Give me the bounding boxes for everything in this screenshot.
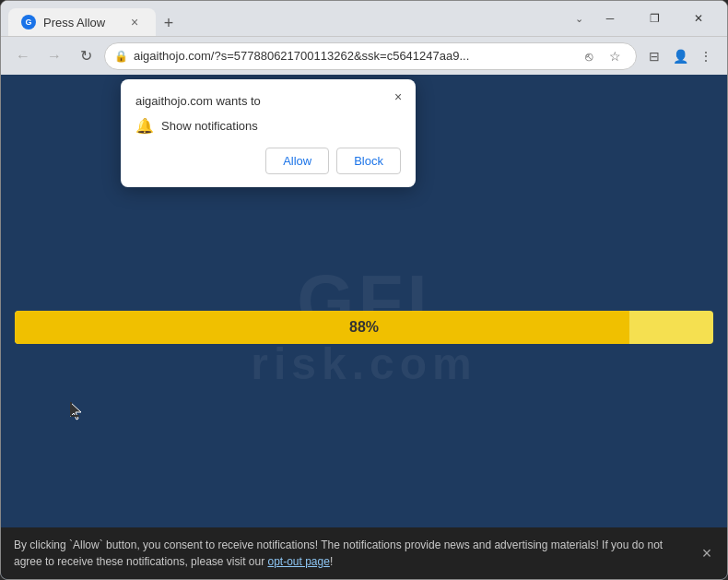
address-input[interactable]: 🔒 aigaithojo.com/?s=577880621700113262&s… <box>104 42 637 70</box>
permission-label: Show notifications <box>161 119 258 133</box>
dialog-buttons: Allow Block <box>135 148 401 174</box>
address-bar: ← → ↻ 🔒 aigaithojo.com/?s=57788062170011… <box>1 36 727 75</box>
sidebar-toggle-icon[interactable]: ⊟ <box>642 44 666 68</box>
progress-label: 88% <box>349 319 379 336</box>
progress-bar: 88% <box>15 311 713 344</box>
dialog-close-button[interactable]: × <box>388 87 408 107</box>
reload-button[interactable]: ↻ <box>73 43 99 69</box>
chevron-icon: ⌄ <box>575 13 583 25</box>
progress-container: 88% <box>15 311 713 344</box>
forward-button[interactable]: → <box>41 43 67 69</box>
bell-icon: 🔔 <box>135 117 154 135</box>
browser-window: G Press Allow × + ⌄ ─ ❐ ✕ ← → ↻ 🔒 aigait… <box>0 0 728 580</box>
window-controls: ⌄ ─ ❐ ✕ <box>575 4 720 33</box>
menu-icon[interactable]: ⋮ <box>694 44 718 68</box>
tab-favicon: G <box>21 15 36 30</box>
mouse-cursor <box>70 402 81 419</box>
tab-close-button[interactable]: × <box>126 14 143 30</box>
opt-out-link[interactable]: opt-out page <box>267 555 329 568</box>
new-tab-button[interactable]: + <box>156 10 182 36</box>
dialog-title: aigaithojo.com wants to <box>135 94 401 108</box>
active-tab[interactable]: G Press Allow × <box>8 8 156 36</box>
title-bar: G Press Allow × + ⌄ ─ ❐ ✕ <box>1 1 727 36</box>
block-button[interactable]: Block <box>336 148 401 174</box>
url-text: aigaithojo.com/?s=577880621700113262&ssk… <box>134 49 571 63</box>
page-content: GFI risk.com 88% × aigaithojo.com wants … <box>1 75 727 579</box>
watermark-bottom: risk.com <box>251 338 476 389</box>
permission-row: 🔔 Show notifications <box>135 117 401 135</box>
bottom-notification-bar: By clicking `Allow` button, you consent … <box>1 527 727 579</box>
allow-button[interactable]: Allow <box>265 148 329 174</box>
tab-title: Press Allow <box>43 16 105 30</box>
account-icon[interactable]: 👤 <box>668 44 692 68</box>
bottom-bar-text: By clicking `Allow` button, you consent … <box>14 537 690 570</box>
share-icon[interactable]: ⎋ <box>577 44 601 68</box>
back-button[interactable]: ← <box>10 43 36 69</box>
progress-fill <box>15 311 629 344</box>
close-button[interactable]: ✕ <box>677 4 720 33</box>
bottom-bar-close-button[interactable]: × <box>696 542 718 564</box>
tab-area: G Press Allow × + <box>8 1 562 36</box>
lock-icon: 🔒 <box>114 50 128 63</box>
bookmark-icon[interactable]: ☆ <box>603 44 627 68</box>
permission-dialog: × aigaithojo.com wants to 🔔 Show notific… <box>121 79 416 187</box>
minimize-button[interactable]: ─ <box>589 4 631 33</box>
restore-button[interactable]: ❐ <box>633 4 675 33</box>
